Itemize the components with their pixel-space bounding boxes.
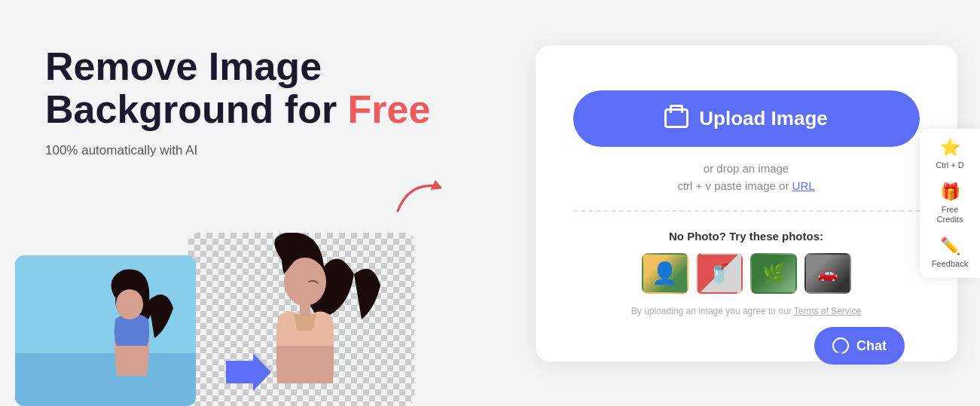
sample-photo-plant[interactable]	[750, 253, 797, 294]
sample-photo-car[interactable]	[804, 253, 851, 294]
upload-icon	[664, 108, 688, 128]
svg-rect-1	[15, 353, 196, 406]
arrow-icon	[392, 173, 452, 218]
tos-text: By uploading an image you agree to our T…	[631, 306, 861, 316]
subtitle: 100% automatically with AI	[45, 143, 482, 158]
right-section: Upload Image or drop an image ctrl + v p…	[512, 0, 980, 406]
star-icon: ⭐	[940, 137, 960, 157]
tos-prefix: By uploading an image you agree to our	[631, 306, 794, 316]
sidebar-item-bookmark[interactable]: ⭐ Ctrl + D	[936, 137, 964, 169]
chat-button-label: Chat	[856, 338, 887, 354]
sidebar-bookmark-label: Ctrl + D	[936, 160, 964, 169]
before-image	[15, 255, 196, 406]
url-link[interactable]: URL	[792, 179, 815, 192]
upload-button[interactable]: Upload Image	[573, 90, 920, 147]
headline: Remove Image Background for Free	[45, 45, 482, 131]
upload-button-label: Upload Image	[699, 107, 827, 130]
sample-photo-person[interactable]	[642, 253, 688, 294]
section-divider	[573, 210, 920, 212]
sidebar-feedback-label: Feedback	[932, 259, 968, 269]
before-image-svg	[15, 255, 196, 406]
after-image	[188, 233, 414, 406]
upload-card: Upload Image or drop an image ctrl + v p…	[536, 45, 957, 362]
paste-text-prefix: ctrl + v paste image or	[677, 179, 792, 192]
before-image-inner	[15, 255, 196, 406]
left-section: Remove Image Background for Free 100% au…	[0, 0, 512, 406]
sidebar-credits-label: Free Credits	[927, 204, 972, 224]
pencil-icon: ✏️	[940, 237, 960, 256]
chat-button[interactable]: Chat	[814, 327, 905, 365]
headline-free: Free	[348, 87, 431, 131]
chat-icon	[832, 337, 849, 354]
gift-icon: 🎁	[940, 182, 960, 201]
sample-photo-drink[interactable]	[696, 253, 743, 294]
sample-photos-row	[642, 253, 851, 294]
arrow-container	[392, 173, 452, 221]
drop-text: or drop an image	[704, 162, 789, 175]
floating-sidebar: ⭐ Ctrl + D 🎁 Free Credits ✏️ Feedback	[920, 128, 980, 278]
sample-photos-label: No Photo? Try these photos:	[669, 230, 823, 243]
after-image-svg	[188, 233, 414, 406]
headline-line1: Remove Image	[45, 44, 322, 88]
paste-text: ctrl + v paste image or URL	[677, 179, 814, 192]
tos-link[interactable]: Terms of Service	[794, 306, 861, 316]
sidebar-item-feedback[interactable]: ✏️ Feedback	[932, 237, 968, 269]
sidebar-item-credits[interactable]: 🎁 Free Credits	[927, 182, 972, 224]
headline-line2-prefix: Background for	[45, 87, 348, 131]
images-area	[15, 233, 512, 406]
svg-point-3	[116, 289, 143, 319]
